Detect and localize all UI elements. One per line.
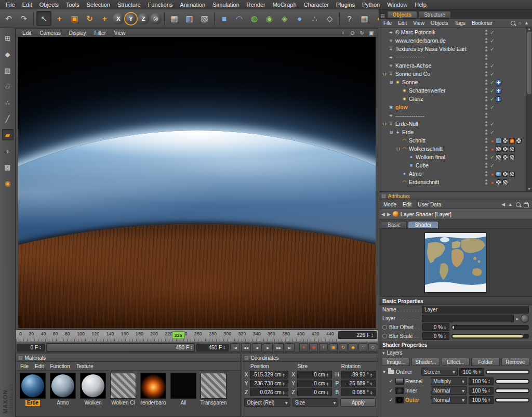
layer-opacity-field[interactable]: 100 % [469,396,494,404]
objects-menu-view[interactable]: View [410,20,428,26]
record-scale-toggle[interactable]: ▣ [329,343,338,352]
image-button[interactable]: Image... [382,358,410,366]
stripes-tag-icon[interactable] [509,154,515,160]
coordinate-spinner[interactable] [326,373,330,377]
coordinate-spinner[interactable] [283,390,287,395]
menu-tools[interactable]: Tools [62,2,83,8]
blur-scale-field[interactable]: 0 % [422,332,449,340]
expander-icon[interactable]: ⊟ [395,147,401,151]
menu-plugins[interactable]: Plugins [332,2,358,8]
tab-objects[interactable]: Objects [387,11,418,18]
menu-edit[interactable]: Edit [19,2,36,8]
tree-row-marc-potocnik[interactable]: © Marc Potocnik✓ [379,28,526,36]
tree-row-glanz[interactable]: Glanz✓ [379,95,526,103]
render-dot-icon[interactable] [489,171,496,177]
objects-menu-file[interactable]: File [380,20,395,26]
objects-menu-bookmar[interactable]: Bookmar [469,20,496,26]
tree-row-kamera-achse[interactable]: Kamera-Achse✓ [379,61,526,70]
stripes-tag-icon[interactable] [509,146,515,152]
visibility-dots[interactable] [484,71,489,76]
object-tree-scrollbar[interactable]: ▲ ▼ [526,27,532,191]
timeline-range-slider[interactable]: 450 F [46,343,195,352]
prev-key-button[interactable]: ◀◀ [241,343,251,352]
coordinate-field-position-x[interactable]: -515.329 cm [250,371,288,379]
workplane-mode-icon[interactable]: ▱ [2,81,14,92]
layer-opacity-slider[interactable] [495,398,529,402]
last-used-tool[interactable]: + [98,11,112,25]
tree-row-[interactable]: ---------------- [379,111,526,120]
visibility-dots[interactable] [484,46,489,51]
animation-dot-icon[interactable] [382,325,387,330]
prev-frame-button[interactable]: ◀ [252,343,262,352]
blend-mode-dropdown[interactable]: Normal [431,396,467,404]
convert-editable-icon[interactable]: ⊞ [2,32,14,44]
visibility-dots[interactable] [484,121,489,126]
enabled-check-icon[interactable]: ✓ [489,121,496,127]
menu-help[interactable]: Help [411,2,430,8]
layer-opacity-spinner[interactable] [488,388,492,393]
add-hypernurbs[interactable]: ◉ [262,11,276,25]
autokey-button[interactable]: ◉ [309,343,318,352]
lock-icon[interactable] [524,203,529,207]
render-picture-viewer[interactable]: ▥ [182,11,196,25]
scrollbar-thumb[interactable] [527,32,531,94]
current-frame-marker[interactable]: 226 [172,331,185,339]
menu-selection[interactable]: Selection [83,2,114,8]
expander-icon[interactable]: ⊟ [388,130,394,135]
checker-tag-icon[interactable] [502,171,508,177]
enabled-check-icon[interactable]: ✓ [489,80,496,85]
menu-mograph[interactable]: MoGraph [269,2,300,8]
stripes-tag-icon[interactable] [496,146,501,152]
visibility-dots[interactable] [484,146,489,151]
scale-tool[interactable]: ▣ [68,11,82,25]
tree-row-schattenwerfer[interactable]: Schattenwerfer✓ [379,86,526,95]
undo-icon[interactable]: ↶ [2,11,16,25]
rotate-view-icon[interactable]: ↻ [358,30,365,36]
visibility-dots[interactable] [484,138,489,143]
coordinate-field-size-x[interactable]: 0 cm [297,371,332,379]
layer-thumbnail[interactable] [395,397,404,403]
edge-mode-icon[interactable]: ╱ [2,113,14,124]
up-arrow-icon[interactable]: ▲ [524,20,529,25]
visibility-dots[interactable] [484,154,489,160]
add-deformer[interactable]: ◇ [323,11,337,25]
polygon-mode-icon[interactable]: ▰ [2,129,14,140]
timeline-ticks[interactable]: 226 020406080100120140160180200220240260… [16,330,337,342]
shader-layer-ordner[interactable]: ▼OrdnerScreen100 % [379,367,532,376]
checker-tag-icon[interactable] [496,179,501,185]
record-parameter-toggle[interactable]: ◆ [349,343,357,352]
menu-character[interactable]: Character [300,2,332,8]
redo-icon[interactable]: ↷ [17,11,31,25]
content-browser[interactable]: ▦ [357,11,371,25]
effect-button[interactable]: Effect... [442,358,470,366]
record-rotation-toggle[interactable]: ↻ [339,343,348,352]
tree-row-atmo[interactable]: Atmo [379,170,526,178]
lock-x-axis[interactable]: X [113,13,124,24]
layer-opacity-slider[interactable] [486,370,529,374]
layer-opacity-spinner[interactable] [478,370,483,374]
goto-start-button[interactable]: |◀ [230,343,240,352]
visibility-dots[interactable] [484,179,489,185]
stripes-tag-icon[interactable] [502,179,508,185]
coordinate-spinner[interactable] [283,373,287,377]
render-dot-icon[interactable] [489,137,496,144]
tree-row-glow[interactable]: glow✓ [379,103,526,111]
expander-icon[interactable]: ⊟ [381,122,388,126]
material-item-wolken-cl[interactable]: Wolken Cl [109,373,138,406]
add-modeling-object[interactable]: ◈ [277,11,291,25]
objects-menu-edit[interactable]: Edit [395,20,410,26]
blur-offset-spinner[interactable] [444,325,448,330]
checker-tag-icon[interactable] [516,138,522,144]
layer-opacity-spinner[interactable] [488,398,492,402]
history-back-icon[interactable]: ◀ [381,212,385,217]
render-active-view[interactable]: ▦ [167,11,181,25]
visibility-dots[interactable] [484,163,489,168]
add-particle-emitter[interactable]: ∴ [308,11,322,25]
tree-row-cube[interactable]: Cube✓ [379,161,526,170]
coordinate-spinner[interactable] [326,382,330,386]
play-button[interactable]: ▶ [263,343,273,352]
add-spline[interactable]: ◠ [232,11,246,25]
viewport-menu-display[interactable]: Display [65,30,90,36]
texture-axis-mode-icon[interactable]: ▨ [2,64,14,76]
visibility-dots[interactable] [484,129,489,135]
